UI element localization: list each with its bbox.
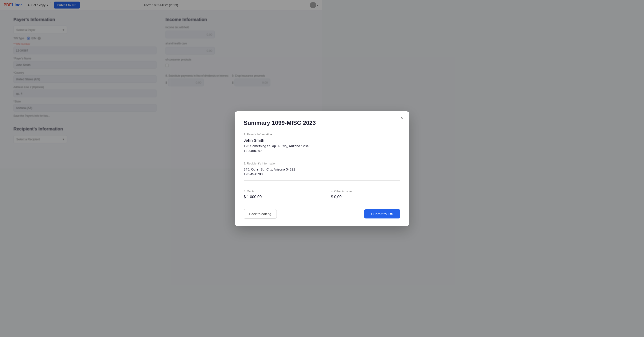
modal-recipient-address: 345, Other St., City, Arizona 54321 bbox=[244, 167, 322, 169]
modal-payer-tin: 12-3456789 bbox=[244, 149, 322, 153]
modal-title: Summary 1099-MISC 2023 bbox=[244, 119, 322, 126]
modal-overlay: × Summary 1099-MISC 2023 1. Payer's Info… bbox=[0, 0, 322, 169]
modal-payer-name: John Smith bbox=[244, 138, 322, 143]
payer-section-label: 1. Payer's Information bbox=[244, 133, 322, 136]
modal-payer-address: 123 Something St. ap. 4, City, Arizona 1… bbox=[244, 144, 322, 148]
summary-modal: × Summary 1099-MISC 2023 1. Payer's Info… bbox=[235, 111, 322, 169]
recipient-section-label: 2. Recipient's Information bbox=[244, 162, 322, 165]
modal-divider-1 bbox=[244, 157, 322, 157]
